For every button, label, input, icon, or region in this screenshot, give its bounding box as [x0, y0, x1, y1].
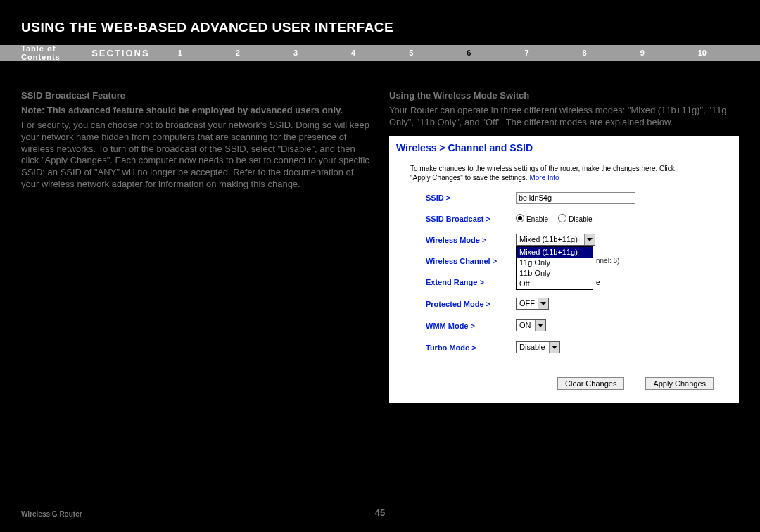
left-note: Note: This advanced feature should be em… — [21, 105, 371, 117]
label-wireless-channel[interactable]: Wireless Channel > — [426, 256, 516, 266]
label-ssid-broadcast[interactable]: SSID Broadcast > — [426, 214, 516, 224]
content: SSID Broadcast Feature Note: This advanc… — [21, 90, 739, 403]
row-ssid: SSID > — [426, 192, 732, 204]
label-wireless-mode[interactable]: Wireless Mode > — [426, 235, 516, 245]
value-ssid — [516, 192, 635, 204]
label-wmm-mode[interactable]: WMM Mode > — [426, 321, 516, 331]
router-panel: Wireless > Channel and SSID To make chan… — [389, 136, 739, 403]
turbo-mode-select[interactable]: Disable — [516, 341, 560, 353]
chevron-down-icon — [549, 342, 559, 353]
panel-buttons: Clear Changes Apply Changes — [396, 377, 714, 390]
section-link-8[interactable]: 8 — [583, 49, 587, 57]
right-body: Your Router can operate in three differe… — [389, 105, 739, 129]
row-ssid-broadcast: SSID Broadcast > Enable Disable — [426, 214, 732, 224]
wmm-mode-select[interactable]: ON — [516, 319, 546, 331]
section-link-9[interactable]: 9 — [640, 49, 645, 57]
section-link-6[interactable]: 6 — [467, 49, 471, 57]
more-info-link[interactable]: More Info — [529, 174, 559, 182]
left-body: For security, you can choose not to broa… — [21, 120, 371, 191]
section-link-2[interactable]: 2 — [236, 49, 240, 57]
channel-current-note: nnel: 6) — [596, 256, 619, 265]
row-wmm-mode: WMM Mode > ON — [426, 319, 732, 331]
section-link-3[interactable]: 3 — [293, 49, 298, 57]
right-column: Using the Wireless Mode Switch Your Rout… — [389, 90, 739, 403]
radio-enable[interactable] — [516, 214, 524, 222]
right-heading: Using the Wireless Mode Switch — [389, 90, 739, 102]
section-link-1[interactable]: 1 — [178, 49, 182, 57]
radio-disable-label: Disable — [569, 215, 592, 224]
nav-bar: Table of Contents SECTIONS 1 2 3 4 5 6 7… — [0, 45, 760, 61]
panel-desc: To make changes to the wireless settings… — [410, 164, 692, 182]
label-extend-range[interactable]: Extend Range > — [426, 277, 516, 287]
turbo-mode-text: Disable — [517, 342, 549, 353]
section-link-7[interactable]: 7 — [524, 49, 528, 57]
value-ssid-broadcast: Enable Disable — [516, 215, 602, 224]
value-wmm-mode: ON — [516, 319, 546, 331]
label-ssid[interactable]: SSID > — [426, 193, 516, 203]
mode-option-11b[interactable]: 11b Only — [517, 268, 593, 279]
wireless-mode-selected: Mixed (11b+11g) — [517, 234, 584, 245]
label-protected-mode[interactable]: Protected Mode > — [426, 299, 516, 309]
protected-mode-text: OFF — [517, 298, 538, 309]
radio-enable-label: Enable — [526, 215, 548, 224]
clear-changes-button[interactable]: Clear Changes — [557, 377, 624, 390]
section-link-10[interactable]: 10 — [698, 49, 707, 57]
wireless-mode-select[interactable]: Mixed (11b+11g) — [516, 234, 595, 246]
ssid-input[interactable] — [516, 192, 635, 204]
row-wireless-mode: Wireless Mode > Mixed (11b+11g) Mixed (1… — [426, 234, 732, 246]
apply-changes-button[interactable]: Apply Changes — [645, 377, 714, 390]
toc-link[interactable]: Table of Contents — [21, 44, 63, 61]
row-turbo-mode: Turbo Mode > Disable — [426, 341, 732, 353]
value-protected-mode: OFF — [516, 298, 549, 310]
label-turbo-mode[interactable]: Turbo Mode > — [426, 343, 516, 353]
page-title: USING THE WEB-BASED ADVANCED USER INTERF… — [21, 20, 760, 35]
row-protected-mode: Protected Mode > OFF — [426, 298, 732, 310]
value-wireless-mode: Mixed (11b+11g) Mixed (11b+11g) 11g Only… — [516, 234, 595, 246]
footer-product: Wireless G Router — [21, 510, 82, 518]
sections-label: SECTIONS — [91, 48, 149, 58]
chevron-down-icon — [538, 298, 548, 309]
wireless-mode-dropdown: Mixed (11b+11g) 11g Only 11b Only Off — [516, 246, 593, 290]
panel-title: Wireless > Channel and SSID — [396, 141, 732, 154]
left-heading: SSID Broadcast Feature — [21, 90, 371, 102]
footer-page: 45 — [375, 507, 385, 518]
value-turbo-mode: Disable — [516, 341, 560, 353]
wmm-mode-text: ON — [517, 320, 535, 331]
chevron-down-icon — [535, 320, 545, 331]
mode-option-off[interactable]: Off — [517, 279, 593, 289]
left-column: SSID Broadcast Feature Note: This advanc… — [21, 90, 371, 403]
mode-option-11g[interactable]: 11g Only — [517, 258, 593, 268]
chevron-down-icon — [584, 234, 595, 245]
extend-range-trail: e — [596, 278, 600, 287]
section-link-5[interactable]: 5 — [409, 49, 413, 57]
radio-disable[interactable] — [558, 214, 566, 222]
mode-option-mixed[interactable]: Mixed (11b+11g) — [517, 247, 593, 258]
page: USING THE WEB-BASED ADVANCED USER INTERF… — [0, 0, 760, 532]
section-link-4[interactable]: 4 — [351, 49, 355, 57]
protected-mode-select[interactable]: OFF — [516, 298, 549, 310]
